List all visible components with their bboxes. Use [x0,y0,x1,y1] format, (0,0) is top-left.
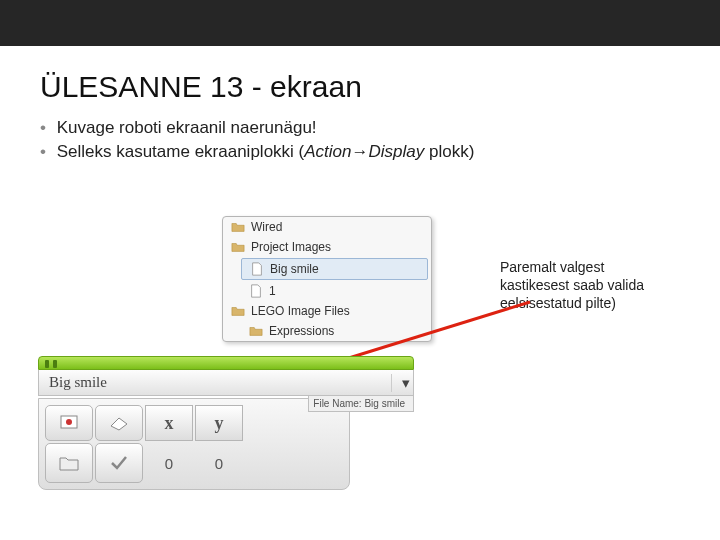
svg-point-2 [66,419,72,425]
folder-icon [231,220,245,234]
folder-icon [231,240,245,254]
list-item[interactable]: Expressions [241,321,431,341]
bullet-text: Kuvage roboti ekraanil naerunägu! [57,118,317,137]
list-item[interactable]: 1 [241,281,431,301]
bullet-item: • Kuvage roboti ekraanil naerunägu! [40,118,720,138]
display-mode-button[interactable] [45,405,93,441]
check-icon [109,453,129,473]
clear-screen-button[interactable] [95,405,143,441]
bullet-text: Selleks kasutame ekraaniplokki ( [57,142,305,161]
bullet-list: • Kuvage roboti ekraanil naerunägu! • Se… [40,118,720,162]
x-header: x [145,405,193,441]
image-dropdown[interactable]: Wired Project Images Big smile 1 LEGO Im… [222,216,432,342]
y-value[interactable]: 0 [195,443,243,483]
file-select-button[interactable] [45,443,93,483]
file-name-display: Big smile [39,374,391,391]
action-word: Action [304,142,351,161]
list-item[interactable]: Project Images [223,237,431,257]
confirm-button[interactable] [95,443,143,483]
file-field-row[interactable]: Big smile ▾ [38,370,414,396]
eraser-icon [107,414,131,432]
folder-icon [249,324,263,338]
top-bar [0,0,720,46]
bullet-dot: • [40,142,46,161]
side-note: Paremalt valgest kastikesest saab valida… [500,258,670,313]
display-word: Display [369,142,425,161]
dropdown-toggle-icon[interactable]: ▾ [391,374,413,392]
item-label: Expressions [269,324,334,338]
file-name-tag: File Name: Big smile [308,396,414,412]
list-item[interactable]: LEGO Image Files [223,301,431,321]
slide-title: ÜLESANNE 13 - ekraan [40,70,720,104]
folder-open-icon [58,454,80,472]
controls-panel: x 0 y 0 [38,398,350,490]
bullet-text-tail: plokk) [424,142,474,161]
folder-icon [231,304,245,318]
x-value[interactable]: 0 [145,443,193,483]
item-label: LEGO Image Files [251,304,350,318]
display-icon [58,412,80,434]
file-icon [250,262,264,276]
item-label: Big smile [270,262,319,276]
block-header-bar[interactable] [38,356,414,370]
item-label: Project Images [251,240,331,254]
bullet-dot: • [40,118,46,137]
item-label: Wired [251,220,282,234]
arrow-glyph: → [352,142,369,161]
file-icon [249,284,263,298]
list-item[interactable]: Wired [223,217,431,237]
item-label: 1 [269,284,276,298]
y-header: y [195,405,243,441]
list-item-selected[interactable]: Big smile [241,258,428,280]
display-block-panel: Big smile ▾ File Name: Big smile x 0 y [38,356,414,490]
bullet-item: • Selleks kasutame ekraaniplokki (Action… [40,142,720,162]
